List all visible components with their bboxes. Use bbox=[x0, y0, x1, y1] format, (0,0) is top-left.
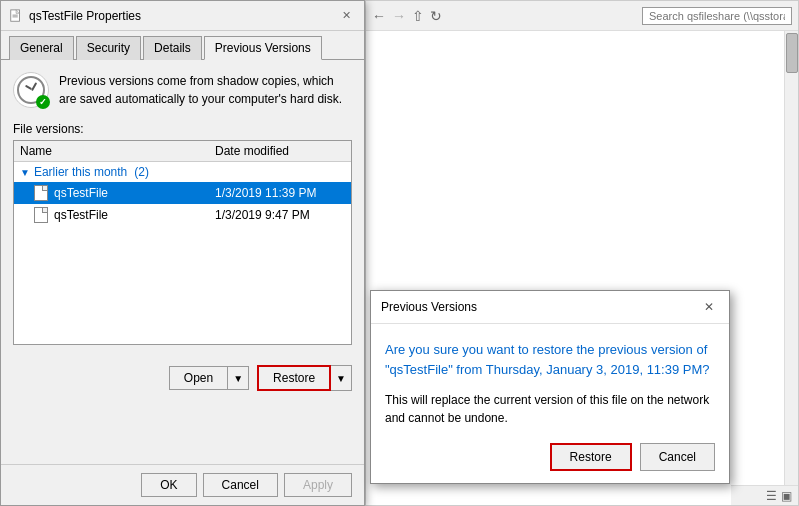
open-button[interactable]: Open bbox=[169, 366, 228, 390]
title-bar: qsTestFile Properties ✕ bbox=[1, 1, 364, 31]
search-input[interactable] bbox=[642, 7, 792, 25]
file-date: 1/3/2019 9:47 PM bbox=[215, 208, 345, 222]
file-date: 1/3/2019 11:39 PM bbox=[215, 186, 345, 200]
dialog-cancel-button[interactable]: Cancel bbox=[640, 443, 715, 471]
file-item[interactable]: qsTestFile 1/3/2019 9:47 PM bbox=[14, 204, 351, 226]
back-icon[interactable]: ← bbox=[372, 8, 386, 24]
file-properties-icon bbox=[9, 9, 23, 23]
file-name: qsTestFile bbox=[54, 186, 209, 200]
restore-button[interactable]: Restore bbox=[257, 365, 331, 391]
apply-button[interactable]: Apply bbox=[284, 473, 352, 497]
file-name: qsTestFile bbox=[54, 208, 209, 222]
open-dropdown-button[interactable]: ▼ bbox=[228, 366, 249, 390]
ok-button[interactable]: OK bbox=[141, 473, 196, 497]
chevron-down-icon: ▼ bbox=[20, 167, 30, 178]
dialog-title: Previous Versions bbox=[381, 300, 477, 314]
file-versions-label: File versions: bbox=[13, 122, 352, 136]
file-item[interactable]: qsTestFile 1/3/2019 11:39 PM bbox=[14, 182, 351, 204]
clock-minute-hand bbox=[31, 82, 37, 91]
restore-button-group: Restore ▼ bbox=[257, 365, 352, 391]
refresh-icon[interactable]: ↻ bbox=[430, 8, 442, 24]
dialog-title-bar: Previous Versions ✕ bbox=[371, 291, 729, 324]
list-header: Name Date modified bbox=[14, 141, 351, 162]
window-title: qsTestFile Properties bbox=[29, 9, 141, 23]
tab-content: ✓ Previous versions come from shadow cop… bbox=[1, 60, 364, 357]
group-header-earlier-this-month[interactable]: ▼ Earlier this month (2) bbox=[14, 162, 351, 182]
dialog-body: Are you sure you want to restore the pre… bbox=[371, 324, 729, 483]
previous-versions-dialog: Previous Versions ✕ Are you sure you wan… bbox=[370, 290, 730, 484]
dialog-buttons: Restore Cancel bbox=[385, 443, 715, 471]
tab-security[interactable]: Security bbox=[76, 36, 141, 60]
properties-window: qsTestFile Properties ✕ General Security… bbox=[0, 0, 365, 506]
action-buttons: Open ▼ Restore ▼ bbox=[1, 357, 364, 399]
group-count: (2) bbox=[134, 165, 149, 179]
dialog-note: This will replace the current version of… bbox=[385, 391, 715, 427]
statusbar: ☰ ▣ bbox=[731, 485, 798, 505]
up-icon[interactable]: ⇧ bbox=[412, 8, 424, 24]
column-name: Name bbox=[20, 144, 215, 158]
file-list[interactable]: Name Date modified ▼ Earlier this month … bbox=[13, 140, 352, 345]
group-label: Earlier this month bbox=[34, 165, 127, 179]
explorer-toolbar: ← → ⇧ ↻ bbox=[366, 1, 798, 31]
scrollbar-thumb[interactable] bbox=[786, 33, 798, 73]
clock-icon: ✓ bbox=[13, 72, 49, 108]
dialog-restore-button[interactable]: Restore bbox=[550, 443, 632, 471]
check-badge: ✓ bbox=[36, 95, 50, 109]
open-button-group: Open ▼ bbox=[169, 366, 249, 390]
tab-details[interactable]: Details bbox=[143, 36, 202, 60]
dialog-close-button[interactable]: ✕ bbox=[699, 299, 719, 315]
tiles-view-icon[interactable]: ▣ bbox=[781, 489, 792, 503]
footer-buttons: OK Cancel Apply bbox=[1, 464, 364, 505]
tab-general[interactable]: General bbox=[9, 36, 74, 60]
file-icon bbox=[34, 207, 48, 223]
info-box: ✓ Previous versions come from shadow cop… bbox=[13, 72, 352, 108]
column-date-modified: Date modified bbox=[215, 144, 345, 158]
dialog-question: Are you sure you want to restore the pre… bbox=[385, 340, 715, 379]
forward-icon[interactable]: → bbox=[392, 8, 406, 24]
cancel-button[interactable]: Cancel bbox=[203, 473, 278, 497]
details-view-icon[interactable]: ☰ bbox=[766, 489, 777, 503]
info-description: Previous versions come from shadow copie… bbox=[59, 72, 352, 108]
restore-dropdown-button[interactable]: ▼ bbox=[331, 365, 352, 391]
file-icon bbox=[34, 185, 48, 201]
close-button[interactable]: ✕ bbox=[337, 7, 356, 24]
tabs: General Security Details Previous Versio… bbox=[1, 31, 364, 60]
tab-previous-versions[interactable]: Previous Versions bbox=[204, 36, 322, 60]
scrollbar[interactable] bbox=[784, 31, 798, 485]
